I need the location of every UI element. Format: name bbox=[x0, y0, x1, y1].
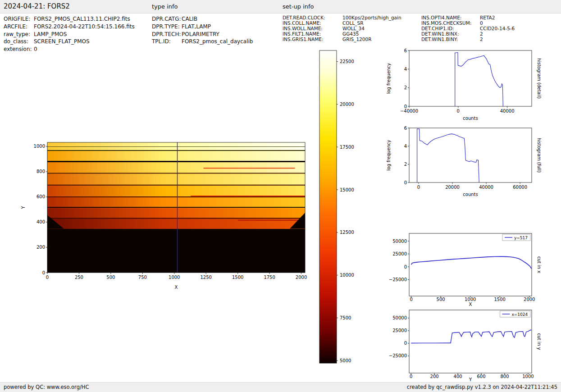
meta-value: 0 bbox=[34, 46, 37, 53]
meta-label: INS.WOLL.NAME: bbox=[283, 26, 342, 31]
svg-text:Y: Y bbox=[21, 206, 26, 210]
svg-text:1500: 1500 bbox=[232, 275, 243, 280]
setup-info-block-col1: DET.READ.CLOCK:100Kps/2ports/high_gain I… bbox=[283, 15, 401, 42]
svg-text:0: 0 bbox=[404, 104, 407, 109]
meta-label: DPR.CATG: bbox=[152, 15, 182, 23]
meta-label: INS.OPTI4.NAME: bbox=[421, 15, 480, 20]
meta-label: DPR.TECH: bbox=[152, 31, 182, 38]
meta-row-collname: INS.COLL.NAME:COLL_SR bbox=[283, 20, 401, 26]
svg-text:1000: 1000 bbox=[34, 144, 45, 149]
svg-text:500: 500 bbox=[437, 297, 445, 302]
svg-text:0: 0 bbox=[457, 109, 460, 114]
meta-value: FORS2_pmos_cal_daycalib bbox=[182, 38, 253, 46]
svg-text:0: 0 bbox=[410, 374, 412, 379]
meta-row-biny: DET.WIN1.BINY:2 bbox=[421, 36, 515, 42]
meta-value: FLAT,LAMP bbox=[182, 23, 211, 31]
svg-text:800: 800 bbox=[500, 374, 509, 379]
svg-text:−40000: −40000 bbox=[400, 109, 418, 114]
svg-text:1250: 1250 bbox=[200, 275, 211, 280]
svg-text:200: 200 bbox=[430, 374, 439, 379]
histogram-detail-plot: −400000400000246countslog frequencyhisto… bbox=[385, 43, 561, 124]
svg-text:counts: counts bbox=[463, 192, 478, 197]
cut-in-y-plot: 02004006008001000−2500002500050000Ycount… bbox=[385, 302, 561, 382]
meta-label: TPL.ID: bbox=[152, 38, 182, 46]
svg-text:20000: 20000 bbox=[445, 185, 460, 190]
svg-text:600: 600 bbox=[477, 374, 485, 379]
meta-label: DET.CHIP1.ID: bbox=[421, 26, 480, 31]
svg-text:1000: 1000 bbox=[522, 374, 534, 379]
setup-info-block-col2: INS.OPTI4.NAME:RETA2 INS.MOS.CHECKSUM:0 … bbox=[421, 15, 515, 42]
svg-text:cut in x: cut in x bbox=[537, 256, 542, 273]
footer-powered-by: powered by QC: www.eso.org/HC bbox=[4, 384, 89, 390]
svg-text:log frequency: log frequency bbox=[386, 63, 391, 94]
svg-text:histogram (full): histogram (full) bbox=[537, 138, 542, 173]
qc-report-page: 2024-04-21: FORS2 type info set-up info … bbox=[0, 0, 561, 392]
histogram-full-plot: 02000040000600000246countslog frequencyh… bbox=[385, 121, 561, 202]
meta-value: SCREEN_FLAT_PMOS bbox=[34, 38, 90, 46]
meta-row-grisname: INS.GRIS1.NAME:GRIS_1200R bbox=[283, 36, 401, 42]
meta-value: 0 bbox=[480, 20, 483, 26]
meta-value: COLL_SR bbox=[342, 20, 364, 26]
svg-text:15000: 15000 bbox=[340, 187, 354, 192]
meta-row-moschecksum: INS.MOS.CHECKSUM:0 bbox=[421, 20, 515, 26]
svg-text:25000: 25000 bbox=[392, 328, 407, 333]
meta-value: RETA2 bbox=[480, 15, 495, 20]
meta-value: WOLL_34 bbox=[342, 26, 365, 31]
meta-row-chipid: DET.CHIP1.ID:CCID20-14-5-6 bbox=[421, 26, 515, 31]
svg-text:x=1024: x=1024 bbox=[511, 312, 528, 317]
svg-text:0: 0 bbox=[404, 341, 407, 346]
svg-text:250: 250 bbox=[75, 275, 83, 280]
svg-text:2: 2 bbox=[404, 85, 407, 90]
meta-label: INS.GRIS1.NAME: bbox=[283, 36, 342, 42]
meta-value: POLARIMETRY bbox=[182, 31, 219, 38]
svg-text:7500: 7500 bbox=[340, 315, 351, 320]
meta-label: raw_type: bbox=[4, 31, 34, 38]
svg-text:5000: 5000 bbox=[340, 358, 351, 363]
svg-text:600: 600 bbox=[36, 194, 45, 199]
meta-row-extension: extension:0 bbox=[4, 46, 135, 53]
meta-value: FORS2_PMOS_CAL113.11.CHIP2.fits bbox=[34, 15, 130, 23]
meta-label: INS.MOS.CHECKSUM: bbox=[421, 20, 480, 26]
svg-text:40000: 40000 bbox=[500, 109, 515, 114]
svg-text:4: 4 bbox=[404, 67, 407, 72]
meta-label: DET.WIN1.BINX: bbox=[421, 31, 480, 36]
svg-text:0: 0 bbox=[42, 270, 45, 275]
svg-text:Y: Y bbox=[469, 377, 472, 382]
meta-label: DET.READ.CLOCK: bbox=[283, 15, 342, 20]
svg-text:0: 0 bbox=[410, 297, 412, 302]
svg-text:2000: 2000 bbox=[524, 297, 535, 302]
raw-frame-image-plot: 0250500750100012501500175020000200400600… bbox=[18, 137, 315, 295]
svg-text:0: 0 bbox=[404, 264, 407, 269]
svg-text:−25000: −25000 bbox=[389, 353, 407, 358]
svg-text:y=517: y=517 bbox=[514, 236, 528, 240]
meta-row-tplid: TPL.ID:FORS2_pmos_cal_daycalib bbox=[152, 38, 253, 46]
meta-label: DET.WIN1.BINY: bbox=[421, 36, 480, 42]
svg-text:0: 0 bbox=[46, 275, 49, 280]
meta-row-binx: DET.WIN1.BINX:2 bbox=[421, 31, 515, 36]
type-info-block: DPR.CATG:CALIB DPR.TYPE:FLAT,LAMP DPR.TE… bbox=[152, 15, 253, 46]
meta-row-dprtech: DPR.TECH:POLARIMETRY bbox=[152, 31, 253, 38]
svg-text:6: 6 bbox=[404, 126, 407, 131]
svg-text:750: 750 bbox=[138, 275, 147, 280]
file-info-block: ORIGFILE:FORS2_PMOS_CAL113.11.CHIP2.fits… bbox=[4, 15, 135, 53]
footer-created-by: created by qc_rawdisp.py v1.2.3 on 2024-… bbox=[407, 384, 557, 390]
svg-text:0: 0 bbox=[417, 185, 420, 190]
header-bar bbox=[0, 0, 561, 14]
meta-label: INS.FILT1.NAME: bbox=[283, 31, 342, 36]
meta-label: do_class: bbox=[4, 38, 34, 46]
svg-text:4: 4 bbox=[404, 144, 407, 149]
svg-text:6: 6 bbox=[404, 48, 407, 53]
meta-label: INS.COLL.NAME: bbox=[283, 20, 342, 26]
meta-value: CALIB bbox=[182, 15, 197, 23]
meta-row-filtname: INS.FILT1.NAME:GG435 bbox=[283, 31, 401, 36]
svg-text:−25000: −25000 bbox=[389, 277, 407, 282]
colorbar: 22500200001750015000125001000075005000 bbox=[315, 47, 367, 369]
meta-value: CCID20-14-5-6 bbox=[480, 26, 515, 31]
svg-text:cut in y: cut in y bbox=[537, 333, 542, 350]
meta-value: 2 bbox=[480, 36, 483, 42]
meta-row-rawtype: raw_type:LAMP_PMOS bbox=[4, 31, 135, 38]
svg-text:60000: 60000 bbox=[513, 185, 527, 190]
meta-row-optiname: INS.OPTI4.NAME:RETA2 bbox=[421, 15, 515, 20]
svg-text:800: 800 bbox=[36, 169, 45, 174]
svg-text:50000: 50000 bbox=[392, 315, 407, 320]
